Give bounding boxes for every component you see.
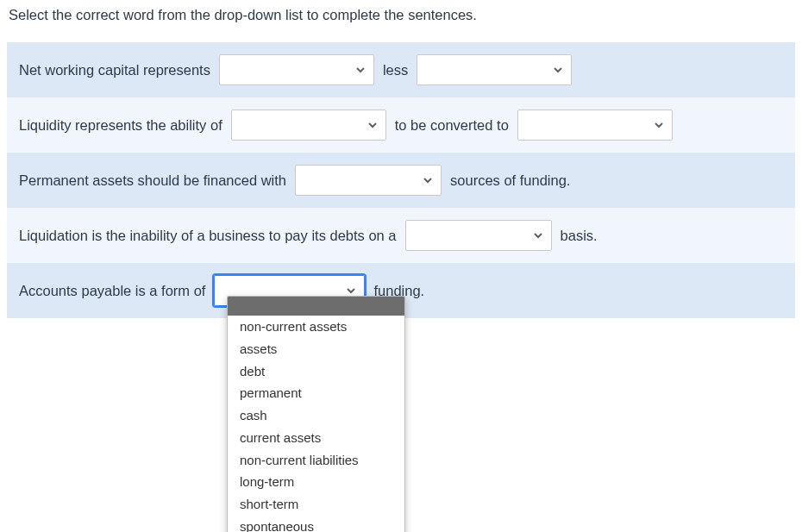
row4-text-1: Liquidation is the inability of a busine… [19, 228, 397, 244]
chevron-down-icon [653, 119, 665, 131]
row1-dropdown-2[interactable] [417, 54, 572, 85]
dropdown-option-blank[interactable] [228, 297, 404, 316]
row3-dropdown-1[interactable] [295, 165, 442, 196]
chevron-down-icon [532, 229, 544, 241]
chevron-down-icon [367, 119, 379, 131]
row2-text-2: to be converted to [395, 117, 509, 134]
dropdown-menu: non-current assets assets debt permanent… [227, 296, 405, 353]
row4-text-2: basis. [561, 228, 598, 244]
chevron-down-icon [552, 64, 564, 76]
sentence-row-4: Liquidation is the inability of a busine… [7, 208, 795, 263]
instruction-text: Select the correct word from the drop-do… [9, 7, 795, 23]
dropdown-option[interactable]: assets [228, 338, 404, 353]
chevron-down-icon [354, 64, 367, 76]
row2-text-1: Liquidity represents the ability of [19, 117, 222, 134]
row4-dropdown-1[interactable] [405, 220, 552, 251]
row3-text-2: sources of funding. [450, 172, 570, 189]
chevron-down-icon [345, 285, 357, 297]
sentence-row-1: Net working capital represents less [7, 42, 795, 97]
sentence-row-2: Liquidity represents the ability of to b… [7, 97, 795, 153]
chevron-down-icon [422, 174, 434, 186]
row5-text-1: Accounts payable is a form of [19, 283, 205, 299]
row1-dropdown-1[interactable] [219, 54, 374, 85]
row1-text-2: less [383, 62, 408, 78]
row3-text-1: Permanent assets should be financed with [19, 172, 286, 189]
row1-text-1: Net working capital represents [19, 62, 210, 78]
row2-dropdown-2[interactable] [517, 110, 673, 141]
row2-dropdown-1[interactable] [231, 110, 386, 141]
dropdown-option[interactable]: non-current assets [228, 316, 404, 338]
sentence-row-3: Permanent assets should be financed with… [7, 153, 795, 208]
